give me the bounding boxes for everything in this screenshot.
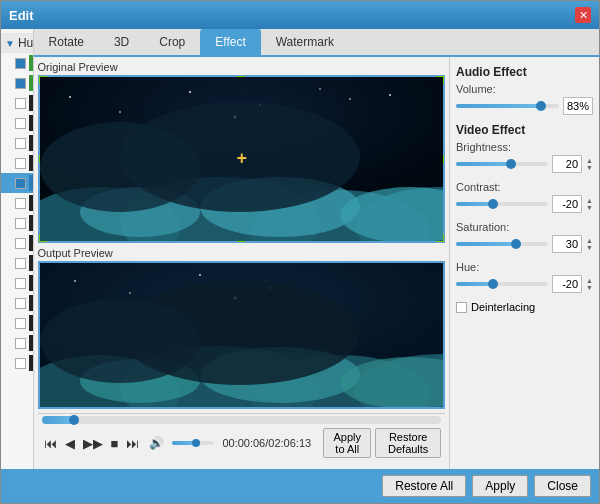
saturation-track[interactable] — [456, 242, 548, 246]
item-checkbox[interactable] — [15, 238, 26, 249]
tab-rotate[interactable]: Rotate — [34, 29, 99, 55]
saturation-subsection: Saturation: 30 ▲ ▼ — [456, 221, 593, 253]
sidebar-item[interactable]: Title_8 — [1, 53, 33, 73]
brightness-track[interactable] — [456, 162, 548, 166]
sidebar-item[interactable]: Title_23 — [1, 313, 33, 333]
svg-point-7 — [349, 98, 351, 100]
skip-start-button[interactable]: ⏮ — [42, 435, 59, 452]
tab-effect[interactable]: Effect — [200, 29, 260, 55]
item-checkbox[interactable] — [15, 138, 26, 149]
skip-end-button[interactable]: ⏭ — [124, 435, 141, 452]
tab-crop[interactable]: Crop — [144, 29, 200, 55]
contrast-thumb[interactable] — [488, 199, 498, 209]
hue-up[interactable]: ▲ — [586, 277, 593, 284]
brightness-slider-row: 20 ▲ ▼ — [456, 155, 593, 173]
svg-point-17 — [40, 122, 200, 212]
sidebar-item[interactable]: Title_18 — [1, 213, 33, 233]
svg-point-5 — [319, 88, 321, 90]
sidebar-item[interactable]: Title_25 — [1, 353, 33, 373]
contrast-track[interactable] — [456, 202, 548, 206]
sidebar-item[interactable]: Title_24 — [1, 333, 33, 353]
item-checkbox[interactable] — [15, 78, 26, 89]
hue-spinner[interactable]: ▲ ▼ — [586, 277, 593, 291]
progress-thumb[interactable] — [69, 415, 79, 425]
saturation-value: 30 — [552, 235, 582, 253]
apply-button[interactable]: Apply — [472, 475, 528, 497]
original-video-frame: + — [40, 77, 443, 241]
close-button[interactable]: Close — [534, 475, 591, 497]
saturation-down[interactable]: ▼ — [586, 244, 593, 251]
contrast-slider-row: -20 ▲ ▼ — [456, 195, 593, 213]
contrast-value: -20 — [552, 195, 582, 213]
sidebar-item[interactable]: Title_9 — [1, 73, 33, 93]
hue-track[interactable] — [456, 282, 548, 286]
volume-slider[interactable] — [172, 441, 214, 445]
brightness-fill — [456, 162, 511, 166]
item-checkbox[interactable] — [15, 318, 26, 329]
item-checkbox[interactable] — [15, 98, 26, 109]
volume-track[interactable] — [456, 104, 559, 108]
sidebar-item[interactable]: Title_20 — [1, 253, 33, 273]
item-checkbox[interactable] — [15, 358, 26, 369]
brightness-thumb[interactable] — [506, 159, 516, 169]
item-checkbox[interactable] — [15, 338, 26, 349]
sidebar-item[interactable]: Title_14 — [1, 133, 33, 153]
item-checkbox[interactable] — [15, 198, 26, 209]
contrast-down[interactable]: ▼ — [586, 204, 593, 211]
apply-to-all-button[interactable]: Apply to All — [323, 428, 371, 458]
item-checkbox[interactable] — [15, 178, 26, 189]
tab-3d[interactable]: 3D — [99, 29, 144, 55]
item-checkbox[interactable] — [15, 298, 26, 309]
restore-defaults-button[interactable]: Restore Defaults — [375, 428, 441, 458]
sidebar-item[interactable]: Title_15 — [1, 153, 33, 173]
edit-window: Edit ✕ ▼ HuGo Title_8Title_9Title_11Titl… — [0, 0, 600, 504]
item-checkbox[interactable] — [15, 278, 26, 289]
brightness-value: 20 — [552, 155, 582, 173]
volume-slider-thumb[interactable] — [536, 101, 546, 111]
deinterlacing-checkbox[interactable] — [456, 302, 467, 313]
hue-slider-row: -20 ▲ ▼ — [456, 275, 593, 293]
item-checkbox[interactable] — [15, 258, 26, 269]
item-checkbox[interactable] — [15, 58, 26, 69]
saturation-up[interactable]: ▲ — [586, 237, 593, 244]
svg-point-22 — [199, 274, 201, 276]
volume-value: 83% — [563, 97, 593, 115]
contrast-up[interactable]: ▲ — [586, 197, 593, 204]
saturation-thumb[interactable] — [511, 239, 521, 249]
sidebar-item[interactable]: Title_11 — [1, 93, 33, 113]
close-window-button[interactable]: ✕ — [575, 7, 591, 23]
sidebar-item[interactable]: Title_19 — [1, 233, 33, 253]
brightness-spinner[interactable]: ▲ ▼ — [586, 157, 593, 171]
tab-watermark[interactable]: Watermark — [261, 29, 349, 55]
play-button[interactable]: ▶▶ — [81, 435, 105, 452]
volume-thumb[interactable] — [192, 439, 200, 447]
svg-point-33 — [40, 299, 200, 383]
sidebar-item[interactable]: Title_13 — [1, 113, 33, 133]
saturation-spinner[interactable]: ▲ ▼ — [586, 237, 593, 251]
hue-value: -20 — [552, 275, 582, 293]
brightness-up[interactable]: ▲ — [586, 157, 593, 164]
brightness-down[interactable]: ▼ — [586, 164, 593, 171]
item-checkbox[interactable] — [15, 158, 26, 169]
sidebar-item[interactable]: Title_17 — [1, 193, 33, 213]
output-preview-box — [38, 261, 445, 409]
hue-thumb[interactable] — [488, 279, 498, 289]
sidebar-item[interactable]: Title_22 — [1, 293, 33, 313]
progress-bar[interactable] — [42, 416, 441, 424]
item-checkbox[interactable] — [15, 218, 26, 229]
sidebar-item[interactable]: Title_21 — [1, 273, 33, 293]
contrast-spinner[interactable]: ▲ ▼ — [586, 197, 593, 211]
volume-subsection: Volume: 83% — [456, 83, 593, 115]
sidebar-item[interactable]: Title_10 — [1, 173, 33, 193]
svg-point-21 — [129, 292, 131, 294]
restore-all-button[interactable]: Restore All — [382, 475, 466, 497]
stop-button[interactable]: ■ — [109, 435, 121, 452]
hue-subsection: Hue: -20 ▲ ▼ — [456, 261, 593, 293]
item-checkbox[interactable] — [15, 118, 26, 129]
sidebar-group-header: ▼ HuGo — [1, 33, 33, 53]
playback-right-buttons: Apply to All Restore Defaults — [323, 428, 441, 458]
prev-frame-button[interactable]: ◀ — [63, 435, 77, 452]
video-section-title: Video Effect — [456, 123, 593, 137]
svg-point-3 — [189, 91, 191, 93]
hue-down[interactable]: ▼ — [586, 284, 593, 291]
